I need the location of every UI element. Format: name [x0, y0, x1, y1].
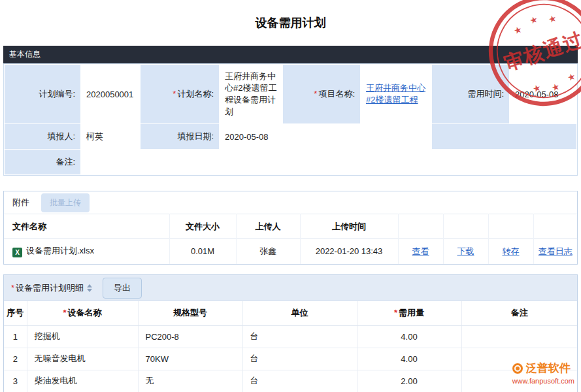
table-row: 1 挖掘机 PC200-8 台 4.00: [4, 325, 577, 348]
remark-value: [81, 150, 576, 174]
table-row: 填报人: 柯英 填报日期: 2020-05-08: [5, 124, 576, 149]
export-button[interactable]: 导出: [103, 278, 142, 299]
basic-info-table: 计划编号: 2020050001 *计划名称: 王府井商务中心#2楼遗留工程设备…: [3, 63, 578, 176]
col-header-file-size: 文件大小: [169, 214, 236, 239]
col-header-unit: 单位: [242, 301, 357, 325]
reporter-value: 柯英: [81, 124, 140, 149]
project-name-link[interactable]: 王府井商务中心#2楼遗留工程: [366, 83, 425, 105]
required-mark: *: [63, 308, 66, 318]
page-title: 设备需用计划: [0, 15, 581, 31]
device-qty: 4.00: [357, 325, 461, 348]
attachments-section: 附件 批量上传 文件名称 文件大小 上传人 上传时间: [3, 191, 578, 265]
sort-icon[interactable]: [87, 284, 92, 292]
brand-line: 泛普软件: [512, 361, 574, 376]
report-date-label: 填报日期:: [141, 124, 219, 149]
view-log-cell: 查看日志: [533, 239, 577, 264]
col-header-remark: 备注: [461, 301, 577, 325]
col-header-file-name: 文件名称: [4, 214, 169, 239]
batch-upload-button[interactable]: 批量上传: [41, 193, 90, 212]
col-header-action: [533, 214, 577, 239]
required-mark: *: [314, 89, 317, 99]
device-name: 挖掘机: [27, 325, 138, 348]
plan-name-label: *计划名称:: [141, 65, 219, 123]
table-header-row: 文件名称 文件大小 上传人 上传时间: [4, 214, 577, 239]
device-unit: 台: [242, 325, 357, 348]
empty-value-cell: [283, 124, 431, 149]
basic-info-section: 基本信息 计划编号: 2020050001 *计划名称: 王府井商务中心#2楼遗…: [3, 46, 578, 176]
details-header: * 设备需用计划明细 导出: [4, 275, 577, 301]
report-date-value: 2020-05-08: [220, 124, 282, 149]
basic-info-title: 基本信息: [9, 49, 41, 60]
attachments-table: 文件名称 文件大小 上传人 上传时间 X设备需用计划.xlsx 0.01M 张鑫: [4, 214, 577, 264]
project-name-label: *项目名称:: [283, 65, 360, 123]
col-header-action: [398, 214, 443, 239]
col-header-qty: *需用量: [357, 301, 461, 325]
upload-time: 2022-01-20 13:43: [300, 239, 398, 264]
col-header-action: [488, 214, 533, 239]
details-section: * 设备需用计划明细 导出 序号 *设备名称 规格型号 单位 *需用量: [3, 274, 578, 392]
plan-no-value: 2020050001: [81, 65, 140, 123]
uploader: 张鑫: [236, 239, 300, 264]
table-row: 2 无噪音发电机 70KW 台 4.00: [4, 348, 577, 370]
device-name: 无噪音发电机: [27, 348, 138, 370]
file-size: 0.01M: [169, 239, 236, 264]
need-time-value: 2020-05-08: [510, 65, 576, 123]
attachments-title: 附件: [12, 197, 29, 208]
col-header-model: 规格型号: [138, 301, 242, 325]
required-mark: *: [173, 89, 176, 99]
required-mark: *: [394, 308, 397, 318]
brand-url: www.fanpusoft.com: [512, 377, 574, 385]
col-header-device-name: *设备名称: [27, 301, 138, 325]
view-link[interactable]: 查看: [412, 246, 429, 256]
attachment-row: X设备需用计划.xlsx 0.01M 张鑫 2022-01-20 13:43 查…: [4, 239, 577, 264]
table-header-row: 序号 *设备名称 规格型号 单位 *需用量 备注: [4, 301, 577, 325]
col-header-upload-time: 上传时间: [300, 214, 398, 239]
col-header-action: [443, 214, 488, 239]
reporter-label: 填报人:: [5, 124, 80, 149]
details-table: 序号 *设备名称 规格型号 单位 *需用量 备注 1 挖掘机 PC200-8: [4, 301, 577, 392]
device-model: 70KW: [138, 348, 242, 370]
transfer-cell: 转存: [488, 239, 533, 264]
table-row: 备注:: [5, 150, 576, 174]
remark-label: 备注:: [5, 150, 80, 174]
device-name: 柴油发电机: [27, 370, 138, 392]
project-name-cell: 王府井商务中心#2楼遗留工程: [361, 65, 431, 123]
excel-file-icon: X: [12, 248, 22, 257]
plan-name-value: 王府井商务中心#2楼遗留工程设备需用计划: [220, 65, 282, 123]
row-no: 3: [4, 370, 27, 392]
download-cell: 下载: [443, 239, 488, 264]
basic-info-header: 基本信息: [3, 46, 578, 63]
file-name: 设备需用计划.xlsx: [26, 246, 94, 255]
view-cell: 查看: [398, 239, 443, 264]
table-row: 计划编号: 2020050001 *计划名称: 王府井商务中心#2楼遗留工程设备…: [5, 65, 576, 123]
plan-no-label: 计划编号:: [5, 65, 80, 123]
page: 设备需用计划 基本信息 计划编号: 2020050001 *计划名称: 王府井商…: [0, 0, 581, 392]
fanpu-logo: 泛普软件 www.fanpusoft.com: [512, 361, 574, 385]
device-unit: 台: [242, 370, 357, 392]
col-header-no: 序号: [4, 301, 27, 325]
device-qty: 2.00: [357, 370, 461, 392]
file-name-cell: X设备需用计划.xlsx: [4, 239, 169, 264]
table-row: 3 柴油发电机 无 台 2.00: [4, 370, 577, 392]
view-log-link[interactable]: 查看日志: [539, 246, 573, 256]
attachments-header: 附件 批量上传: [4, 191, 577, 214]
row-no: 1: [4, 325, 27, 348]
need-time-label: 需用时间:: [432, 65, 509, 123]
col-header-uploader: 上传人: [236, 214, 300, 239]
download-link[interactable]: 下载: [457, 246, 474, 256]
row-no: 2: [4, 348, 27, 370]
device-qty: 4.00: [357, 348, 461, 370]
brand-name: 泛普软件: [526, 361, 571, 376]
device-remark: [461, 325, 577, 348]
device-model: 无: [138, 370, 242, 392]
fanpu-logo-icon: [512, 363, 523, 374]
empty-label-cell: [432, 124, 576, 149]
transfer-link[interactable]: 转存: [503, 246, 520, 256]
details-title: 设备需用计划明细: [16, 282, 84, 294]
device-model: PC200-8: [138, 325, 242, 348]
required-mark: *: [11, 283, 14, 293]
device-unit: 台: [242, 348, 357, 370]
